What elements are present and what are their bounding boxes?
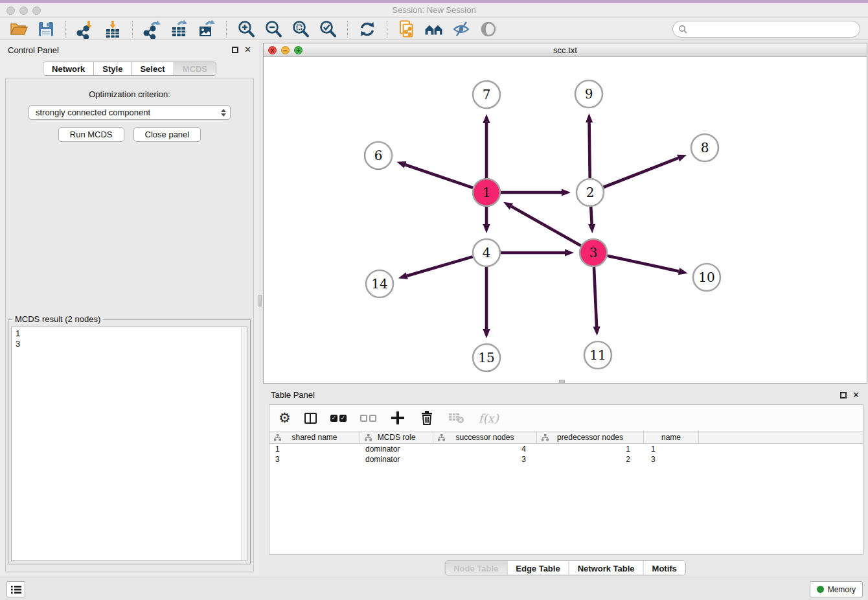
network-window-title: scc.txt bbox=[264, 45, 867, 55]
mcds-result-text[interactable]: 1 3 bbox=[11, 327, 247, 561]
close-table-panel-icon[interactable]: ✕ bbox=[852, 392, 860, 398]
column-browser-button[interactable] bbox=[304, 410, 317, 426]
deselect-all-button[interactable] bbox=[360, 410, 376, 426]
new-network-from-selection-button[interactable] bbox=[396, 19, 417, 39]
table-row[interactable]: 1 dominator 4 1 1 bbox=[269, 444, 863, 454]
app-title: Session: New Session bbox=[0, 5, 868, 15]
import-table-button[interactable] bbox=[102, 19, 123, 39]
trash-icon bbox=[419, 410, 435, 426]
column-header-successor-nodes[interactable]: successor nodes bbox=[433, 432, 537, 443]
memory-button[interactable]: Memory bbox=[810, 581, 863, 597]
column-header-name[interactable]: name bbox=[644, 432, 699, 443]
tab-select[interactable]: Select bbox=[131, 62, 174, 75]
toolbar-separator bbox=[387, 21, 387, 38]
graph-node-label: 3 bbox=[589, 245, 598, 260]
graph-node-label: 2 bbox=[586, 185, 595, 200]
float-table-panel-icon[interactable] bbox=[840, 392, 847, 398]
graph-arrowhead bbox=[593, 327, 600, 336]
zoom-in-button[interactable] bbox=[236, 19, 257, 39]
tab-motifs[interactable]: Motifs bbox=[644, 561, 685, 575]
delete-table-button[interactable] bbox=[448, 410, 465, 426]
zoom-fit-button[interactable] bbox=[290, 19, 311, 39]
tab-network-table[interactable]: Network Table bbox=[569, 561, 644, 575]
import-network-button[interactable] bbox=[75, 19, 96, 39]
column-header-mcds-role[interactable]: MCDS role bbox=[360, 432, 433, 443]
export-table-button[interactable] bbox=[169, 19, 190, 39]
app-titlebar: Session: New Session bbox=[0, 3, 868, 18]
search-icon bbox=[678, 25, 687, 34]
graph-edge-4-14[interactable] bbox=[407, 257, 473, 276]
toolbar-separator bbox=[226, 21, 227, 38]
run-mcds-button[interactable]: Run MCDS bbox=[58, 127, 124, 142]
tab-network[interactable]: Network bbox=[43, 62, 94, 75]
task-history-button[interactable] bbox=[6, 581, 25, 597]
tab-style[interactable]: Style bbox=[94, 62, 131, 75]
selected-criterion: strongly connected component bbox=[36, 108, 221, 117]
graph-node-label: 6 bbox=[374, 148, 383, 163]
graph-arrowhead bbox=[483, 224, 490, 233]
graph-arrowhead bbox=[503, 202, 513, 210]
network-canvas[interactable]: 1234678910111415 bbox=[264, 57, 867, 383]
tab-mcds[interactable]: MCDS bbox=[174, 62, 216, 75]
tab-node-table[interactable]: Node Table bbox=[445, 561, 507, 575]
control-panel: Control Panel ✕ Network Style Select MCD… bbox=[0, 40, 259, 577]
graph-edge-3-1[interactable] bbox=[511, 207, 581, 246]
delete-column-button[interactable] bbox=[419, 410, 435, 426]
hierarchy-icon bbox=[274, 434, 281, 441]
open-session-button[interactable] bbox=[8, 19, 29, 39]
table-row[interactable]: 3 dominator 3 2 3 bbox=[269, 454, 863, 465]
dropdown-stepper-icon bbox=[221, 109, 226, 117]
graph-node-label: 4 bbox=[483, 245, 491, 260]
refresh-button[interactable] bbox=[357, 19, 378, 39]
memory-status-icon bbox=[817, 586, 824, 593]
graph-arrowhead bbox=[483, 329, 490, 338]
toolbar-separator bbox=[132, 21, 133, 38]
apply-function-button[interactable]: f(x) bbox=[479, 410, 499, 426]
result-scrollbar[interactable] bbox=[241, 327, 247, 560]
hide-visibility-button[interactable] bbox=[451, 19, 472, 39]
add-column-button[interactable] bbox=[390, 410, 405, 426]
graph-edge-1-6[interactable] bbox=[405, 165, 474, 188]
close-panel-button[interactable]: Close panel bbox=[133, 127, 201, 142]
zoom-selected-button[interactable] bbox=[317, 19, 338, 39]
column-header-shared-name[interactable]: shared name bbox=[269, 432, 360, 443]
graph-edge-2-8[interactable] bbox=[603, 158, 678, 187]
home-button[interactable] bbox=[424, 19, 444, 39]
graph-edge-3-11[interactable] bbox=[594, 267, 597, 327]
mcds-result-title: MCDS result (2 nodes) bbox=[12, 314, 103, 324]
column-header-predecessor-nodes[interactable]: predecessor nodes bbox=[537, 432, 644, 443]
result-line: 1 bbox=[16, 329, 243, 339]
optimization-criterion-select[interactable]: strongly connected component bbox=[29, 105, 231, 120]
zoom-out-button[interactable] bbox=[263, 19, 284, 39]
columns-icon bbox=[304, 413, 317, 424]
export-image-button[interactable] bbox=[196, 19, 217, 39]
graph-arrowhead bbox=[677, 155, 687, 161]
graph-edge-2-3[interactable] bbox=[591, 207, 591, 224]
save-icon bbox=[36, 19, 56, 39]
show-visibility-button[interactable] bbox=[478, 19, 499, 39]
close-panel-icon[interactable]: ✕ bbox=[244, 47, 251, 53]
memory-label: Memory bbox=[828, 585, 856, 594]
panel-splitter-handle[interactable] bbox=[258, 295, 262, 306]
network-window-titlebar[interactable]: x − + scc.txt bbox=[264, 43, 867, 57]
search-input[interactable] bbox=[691, 25, 854, 34]
export-network-button[interactable] bbox=[142, 19, 163, 39]
search-box bbox=[672, 21, 860, 38]
import-network-icon bbox=[76, 19, 95, 39]
save-session-button[interactable] bbox=[36, 19, 56, 39]
checked-box-icon: ✓ bbox=[330, 415, 337, 422]
graph-arrowhead bbox=[398, 272, 408, 279]
graph-edge-3-10[interactable] bbox=[607, 256, 679, 271]
graph-edge-2-9[interactable] bbox=[589, 122, 590, 178]
graph-node-label: 11 bbox=[589, 347, 606, 363]
toolbar-separator bbox=[65, 21, 66, 38]
plus-icon bbox=[390, 410, 405, 426]
select-all-button[interactable]: ✓ ✓ bbox=[330, 410, 347, 426]
float-panel-icon[interactable] bbox=[232, 47, 238, 53]
graph-node-label: 15 bbox=[478, 350, 494, 365]
table-panel-title: Table Panel bbox=[271, 390, 315, 400]
table-settings-button[interactable]: ⚙ bbox=[279, 410, 291, 426]
canvas-scrollbar-handle[interactable] bbox=[559, 380, 565, 383]
tab-edge-table[interactable]: Edge Table bbox=[507, 561, 569, 575]
delete-table-icon bbox=[448, 411, 465, 425]
